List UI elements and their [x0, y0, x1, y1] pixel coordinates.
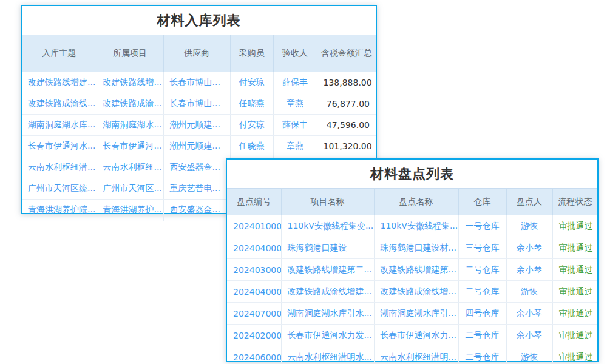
- material-inventory-table: 盘点编号项目名称盘点名称仓库盘点人流程状态 2024010008110kV安徽线…: [227, 188, 597, 364]
- table-cell-link[interactable]: 二号仓库: [458, 325, 506, 346]
- table-row: 2024010008110kV安徽线程集变...110kV安徽线程集...一号仓…: [227, 215, 597, 237]
- table-cell-link[interactable]: 湖南洞庭湖水库...: [22, 115, 97, 136]
- column-header: 盘点人: [506, 189, 552, 215]
- table-cell-link[interactable]: 长春市伊通河水力发...: [281, 325, 374, 346]
- table-cell-link[interactable]: 章燕: [273, 93, 317, 115]
- table-cell-link[interactable]: 四号仓库: [458, 303, 506, 325]
- table-cell-link[interactable]: 改建铁路成渝线增建...: [281, 281, 374, 303]
- table-cell-link[interactable]: 云南水利枢纽潜...: [22, 157, 97, 178]
- table-cell-link[interactable]: 改建铁路成渝线...: [22, 93, 97, 115]
- table-cell-link[interactable]: 110kV安徽线程集变...: [281, 215, 374, 237]
- table-cell: 76,877.00: [317, 93, 376, 115]
- table-cell-link[interactable]: 云南水利枢纽潜明水...: [281, 346, 374, 364]
- table-row: 2024040001改建铁路成渝线增建...改建铁路成渝线增...二号仓库游恢审…: [227, 281, 597, 303]
- table-cell-link[interactable]: 改建铁路线增建...: [22, 72, 97, 93]
- table-cell-link[interactable]: 青海洪湖养护院...: [22, 200, 97, 221]
- material-inventory-panel: 材料盘点列表 盘点编号项目名称盘点名称仓库盘点人流程状态 20240100081…: [226, 158, 599, 362]
- table-cell: 审批通过: [552, 237, 597, 259]
- table-cell-link[interactable]: 长春市伊通河水...: [22, 136, 97, 157]
- table-row: 2024020005长春市伊通河水力发...长春市伊通河水力...二号仓库余小琴…: [227, 325, 597, 346]
- table-cell-link[interactable]: 珠海鹤港口建设: [281, 237, 374, 259]
- column-header: 所属项目: [97, 35, 163, 72]
- table-cell-link[interactable]: 余小琴: [506, 237, 552, 259]
- table-cell: 138,888.00: [317, 72, 376, 93]
- table-cell: 审批通过: [552, 325, 597, 346]
- table-cell-link[interactable]: 云南水利枢纽潜明...: [374, 346, 458, 364]
- table-cell-link[interactable]: 三号仓库: [458, 237, 506, 259]
- table-cell-link[interactable]: 薛保丰: [273, 72, 317, 93]
- table-row: 2024030004改建铁路线增建第二...改建铁路线增建第...二号仓库余小琴…: [227, 259, 597, 281]
- table-cell-link[interactable]: 湖南洞庭湖水...: [97, 115, 163, 136]
- table-cell: 审批通过: [552, 259, 597, 281]
- table-cell-link[interactable]: 章燕: [273, 136, 317, 157]
- inbound-table-header: 入库主题所属项目供应商采购员验收人含税金额汇总: [22, 35, 376, 72]
- table-cell-link[interactable]: 110kV安徽线程集...: [374, 215, 458, 237]
- table-cell-link[interactable]: 2024030004: [227, 259, 281, 281]
- column-header: 含税金额汇总: [317, 35, 376, 72]
- table-cell-link[interactable]: 改建铁路线增...: [97, 72, 163, 93]
- column-header: 流程状态: [552, 189, 597, 215]
- table-cell-link[interactable]: 2024040003: [227, 237, 281, 259]
- table-cell-link[interactable]: 湖南洞庭湖水库引...: [374, 303, 458, 325]
- column-header: 验收人: [273, 35, 317, 72]
- table-row: 改建铁路成渝线...改建铁路成渝...长春市博山...任晓燕章燕76,877.0…: [22, 93, 376, 115]
- table-cell-link[interactable]: 广州市天河区统...: [22, 178, 97, 200]
- table-cell-link[interactable]: 改建铁路成渝...: [97, 93, 163, 115]
- table-cell-link[interactable]: 薛保丰: [273, 115, 317, 136]
- table-cell-link[interactable]: 一号仓库: [458, 215, 506, 237]
- inventory-table-header: 盘点编号项目名称盘点名称仓库盘点人流程状态: [227, 189, 597, 215]
- table-cell-link[interactable]: 湖南洞庭湖水库引水...: [281, 303, 374, 325]
- table-cell-link[interactable]: 二号仓库: [458, 259, 506, 281]
- table-cell-link[interactable]: 长春市伊通河水力...: [374, 325, 458, 346]
- table-row: 2024070001湖南洞庭湖水库引水...湖南洞庭湖水库引...四号仓库余小琴…: [227, 303, 597, 325]
- table-cell-link[interactable]: 付安琼: [230, 72, 273, 93]
- table-cell-link[interactable]: 改建铁路线增建第...: [374, 259, 458, 281]
- table-cell: 审批通过: [552, 303, 597, 325]
- table-cell-link[interactable]: 付安琼: [230, 115, 273, 136]
- table-cell-link[interactable]: 2024070001: [227, 303, 281, 325]
- table-cell-link[interactable]: 广州市天河区...: [97, 178, 163, 200]
- table-cell: 47,596.00: [317, 115, 376, 136]
- table-cell-link[interactable]: 任晓燕: [230, 93, 273, 115]
- table-cell-link[interactable]: 游恢: [506, 215, 552, 237]
- table-cell-link[interactable]: 改建铁路线增建第二...: [281, 259, 374, 281]
- table-cell: 审批通过: [552, 281, 597, 303]
- table-cell-link[interactable]: 长春市博山...: [163, 72, 230, 93]
- table-cell-link[interactable]: 余小琴: [506, 303, 552, 325]
- table-cell-link[interactable]: 西安盛器金...: [163, 157, 230, 178]
- table-cell-link[interactable]: 二号仓库: [458, 281, 506, 303]
- inbound-table-title: 材料入库列表: [22, 6, 376, 35]
- column-header: 供应商: [163, 35, 230, 72]
- table-cell-link[interactable]: 潮州元顺建...: [163, 115, 230, 136]
- header-row: 盘点编号项目名称盘点名称仓库盘点人流程状态: [227, 189, 597, 215]
- table-cell-link[interactable]: 珠海鹤港口建设材...: [374, 237, 458, 259]
- table-cell-link[interactable]: 2024040001: [227, 281, 281, 303]
- table-cell-link[interactable]: 游恢: [506, 281, 552, 303]
- table-cell-link[interactable]: 西安盛器金...: [163, 200, 230, 221]
- table-cell-link[interactable]: 长春市伊通河...: [97, 136, 163, 157]
- inventory-table-title: 材料盘点列表: [227, 160, 597, 188]
- column-header: 入库主题: [22, 35, 97, 72]
- table-cell-link[interactable]: 任晓燕: [230, 136, 273, 157]
- table-cell-link[interactable]: 二号仓库: [458, 346, 506, 364]
- table-cell-link[interactable]: 云南水利枢纽...: [97, 157, 163, 178]
- table-cell-link[interactable]: 改建铁路成渝线增...: [374, 281, 458, 303]
- table-row: 长春市伊通河水...长春市伊通河...潮州元顺建...任晓燕章燕101,320.…: [22, 136, 376, 157]
- table-cell-link[interactable]: 余小琴: [506, 325, 552, 346]
- table-cell-link[interactable]: 2024010008: [227, 215, 281, 237]
- table-cell-link[interactable]: 余小琴: [506, 259, 552, 281]
- column-header: 盘点编号: [227, 189, 281, 215]
- inventory-table-body: 2024010008110kV安徽线程集变...110kV安徽线程集...一号仓…: [227, 215, 597, 364]
- table-cell-link[interactable]: 重庆艺普电...: [163, 178, 230, 200]
- table-cell: 审批通过: [552, 215, 597, 237]
- table-cell-link[interactable]: 青海洪湖养护...: [97, 200, 163, 221]
- table-row: 湖南洞庭湖水库...湖南洞庭湖水...潮州元顺建...付安琼薛保丰47,596.…: [22, 115, 376, 136]
- table-cell-link[interactable]: 潮州元顺建...: [163, 136, 230, 157]
- table-cell-link[interactable]: 游恢: [506, 346, 552, 364]
- table-cell-link[interactable]: 2024020005: [227, 325, 281, 346]
- column-header: 仓库: [458, 189, 506, 215]
- table-cell: 审批通过: [552, 346, 597, 364]
- table-cell-link[interactable]: 长春市博山...: [163, 93, 230, 115]
- table-cell-link[interactable]: 2024060001: [227, 346, 281, 364]
- column-header: 盘点名称: [374, 189, 458, 215]
